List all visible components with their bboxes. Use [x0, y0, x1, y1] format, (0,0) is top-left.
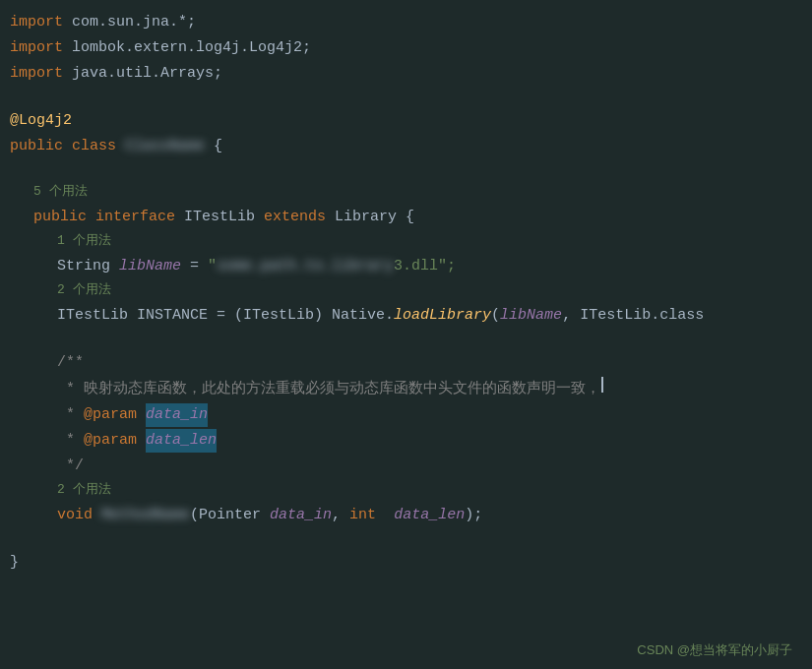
library-text: Library { [326, 206, 414, 229]
hint-2-uses-2: 2 个用法 [57, 480, 111, 501]
string-open-quote: " [208, 255, 217, 278]
method-name-blurred: MethodName [101, 504, 190, 527]
code-line-8: 5 个用法 [24, 181, 812, 205]
hint-5-uses: 5 个用法 [33, 182, 88, 203]
code-line-6: public class ClassName { [0, 134, 812, 159]
class-name-blurred: ClassName [125, 135, 205, 158]
comma-space: , ITestLib.class [562, 304, 704, 328]
param-data-in: data_in [146, 403, 208, 427]
code-line-9: public interface ITestLib extends Librar… [24, 205, 812, 230]
code-line-18: * @param data_len [47, 428, 812, 454]
hint-1-use: 1 个用法 [57, 231, 111, 252]
code-line-12: 2 个用法 [47, 279, 812, 303]
param-data-len-2: data_len [394, 504, 465, 527]
comment-body-1: * 映射动态库函数，此处的方法重载必须与动态库函数中头文件的函数声明一致， [57, 378, 600, 401]
code-line-20: 2 个用法 [47, 479, 812, 503]
type-string: String [57, 255, 119, 278]
code-line-7 [0, 159, 812, 181]
keyword-interface: interface [95, 206, 175, 229]
code-line-19: */ [47, 454, 812, 479]
import-path-1: com.sun.jna.*; [63, 11, 196, 34]
loadlib-params: ( [491, 304, 500, 328]
comment-star-2: * [57, 403, 84, 427]
param-data-in-2: data_in [270, 504, 332, 527]
code-line-22 [0, 528, 812, 550]
code-line-16: * 映射动态库函数，此处的方法重载必须与动态库函数中头文件的函数声明一致， [47, 376, 812, 402]
param-tag-2: @param [84, 429, 137, 453]
brace-open-1: { [205, 135, 222, 158]
string-dll: 3.dll"; [394, 255, 456, 278]
keyword-import-2: import [10, 36, 63, 60]
footer-attribution: CSDN @想当将军的小厨子 [637, 641, 792, 659]
space-6 [376, 504, 394, 527]
param-libname: libName [500, 304, 562, 328]
space-param-2 [137, 429, 146, 453]
method-params-open: (Pointer [190, 504, 270, 527]
code-line-2: import lombok.extern.log4j.Log4j2; [0, 35, 812, 61]
import-path-3: java.util.Arrays; [63, 62, 222, 86]
code-line-17: * @param data_in [47, 402, 812, 428]
space-1 [63, 135, 72, 158]
code-line-1: import com.sun.jna.*; [0, 10, 812, 35]
keyword-extends: extends [264, 206, 326, 229]
space-4 [175, 206, 184, 229]
method-params-close: ); [465, 504, 482, 527]
space-3 [87, 206, 95, 229]
var-libname: libName [119, 255, 181, 278]
code-line-3: import java.util.Arrays; [0, 61, 812, 87]
equals-sign: = [181, 255, 208, 278]
space-2 [116, 135, 125, 158]
keyword-int: int [349, 504, 376, 527]
code-line-11: String libName = " some.path.to.library … [47, 254, 812, 279]
text-cursor [601, 377, 603, 393]
keyword-void: void [57, 504, 93, 527]
code-line-21: void MethodName (Pointer data_in , int d… [47, 503, 812, 528]
param-tag-1: @param [84, 403, 137, 427]
instance-var: INSTANCE = (ITestLib) Native. [137, 304, 394, 328]
code-line-15: /** [47, 350, 812, 376]
comment-open: /** [57, 351, 84, 375]
import-path-2: lombok.extern.log4j.Log4j2; [63, 36, 311, 60]
lib-path-blurred: some.path.to.library [217, 255, 394, 278]
keyword-public-2: public [33, 206, 87, 229]
footer-text: CSDN @想当将军的小厨子 [637, 642, 792, 657]
instance-type: ITestLib [57, 304, 137, 328]
hint-2-uses: 2 个用法 [57, 280, 111, 301]
keyword-import-3: import [10, 62, 63, 86]
code-editor: import com.sun.jna.*; import lombok.exte… [0, 0, 812, 669]
param-data-len: data_len [146, 429, 217, 453]
comment-star-3: * [57, 429, 84, 453]
method-loadlibrary: loadLibrary [394, 304, 491, 328]
closing-brace: } [10, 551, 19, 575]
code-line-23: } [0, 550, 812, 576]
interface-name: ITestLib [184, 206, 264, 229]
keyword-import: import [10, 11, 63, 34]
annotation-log4j2: @Log4j2 [10, 109, 72, 133]
keyword-class: class [72, 135, 116, 158]
comment-close: */ [57, 455, 84, 478]
code-line-10: 1 个用法 [47, 230, 812, 254]
code-line-5: @Log4j2 [0, 108, 812, 134]
keyword-public-1: public [10, 135, 63, 158]
space-5 [93, 504, 101, 527]
code-line-4 [0, 87, 812, 108]
code-line-14 [0, 329, 812, 350]
code-line-13: ITestLib INSTANCE = (ITestLib) Native. l… [47, 303, 812, 329]
comma-2: , [332, 504, 349, 527]
space-param-1 [137, 403, 146, 427]
